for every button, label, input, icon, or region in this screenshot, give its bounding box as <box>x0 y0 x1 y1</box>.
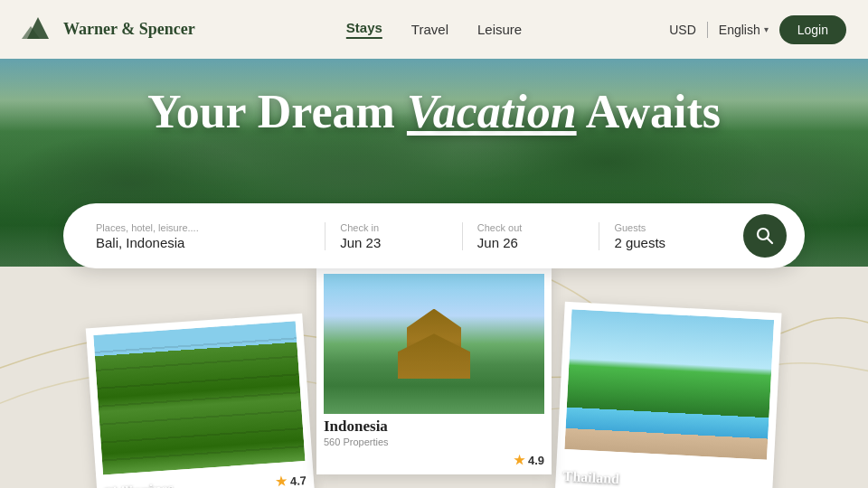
brand-name: Warner & Spencer <box>63 20 195 39</box>
search-location-section[interactable]: Places, hotel, leisure.... Bali, Indones… <box>81 222 326 250</box>
indonesia-properties: 560 Properties <box>324 436 544 447</box>
star-icon: ★ <box>514 453 525 467</box>
search-bar: Places, hotel, leisure.... Bali, Indones… <box>63 203 805 268</box>
search-button[interactable] <box>743 214 787 258</box>
card-thailand-image <box>564 309 774 460</box>
indonesia-landscape <box>324 274 544 414</box>
thailand-landscape <box>564 309 774 460</box>
search-checkout-section[interactable]: Check out Jun 26 <box>463 222 600 250</box>
indonesia-rating-value: 4.9 <box>528 454 544 467</box>
hero-title-part2: Awaits <box>577 86 721 137</box>
navbar: Warner & Spencer Stays Travel Leisure US… <box>0 0 868 59</box>
hero-title-italic: Vacation <box>407 86 577 137</box>
checkout-label: Check out <box>477 222 585 233</box>
search-guests-section[interactable]: Guests 2 guests <box>599 222 736 250</box>
login-button[interactable]: Login <box>779 15 846 44</box>
philippines-landscape <box>93 321 305 474</box>
lower-section: Philippines ★ 4.7 Indonesia 560 Properti… <box>0 267 868 488</box>
language-label: English <box>719 23 760 37</box>
philippines-rating-value: 4.7 <box>289 473 307 487</box>
svg-line-3 <box>767 239 772 244</box>
philippines-location: Philippines <box>104 480 175 488</box>
nav-divider <box>707 22 708 38</box>
chevron-down-icon: ▾ <box>764 24 769 34</box>
star-icon: ★ <box>275 474 288 488</box>
guests-value[interactable]: 2 guests <box>614 235 722 250</box>
search-icon <box>755 226 775 246</box>
mountain-logo-icon <box>22 14 54 46</box>
nav-links: Stays Travel Leisure <box>346 20 522 39</box>
location-label: Places, hotel, leisure.... <box>96 222 310 233</box>
checkin-value[interactable]: Jun 23 <box>340 235 448 250</box>
nav-travel[interactable]: Travel <box>411 22 448 37</box>
indonesia-location: Indonesia <box>324 418 544 436</box>
checkout-value[interactable]: Jun 26 <box>477 235 585 250</box>
nav-leisure[interactable]: Leisure <box>477 22 522 37</box>
search-checkin-section[interactable]: Check in Jun 23 <box>326 222 463 250</box>
nav-right: USD English ▾ Login <box>669 15 846 44</box>
card-philippines-image <box>93 321 305 474</box>
hero-title: Your Dream Vacation Awaits <box>0 86 868 137</box>
indonesia-rating: ★ 4.9 <box>514 453 544 467</box>
cards-container: Philippines ★ 4.7 Indonesia 560 Properti… <box>0 276 868 483</box>
checkin-label: Check in <box>340 222 448 233</box>
nav-stays[interactable]: Stays <box>346 20 382 39</box>
language-selector[interactable]: English ▾ <box>719 23 769 37</box>
card-indonesia-image <box>324 274 544 414</box>
logo-area: Warner & Spencer <box>22 14 195 46</box>
thailand-location: Thailand <box>562 468 619 487</box>
hero-title-part1: Your Dream <box>147 86 407 137</box>
location-value[interactable]: Bali, Indonesia <box>96 235 310 250</box>
card-philippines[interactable]: Philippines ★ 4.7 <box>86 314 315 488</box>
card-indonesia[interactable]: Indonesia 560 Properties ★ 4.9 <box>316 267 552 474</box>
guests-label: Guests <box>614 222 722 233</box>
philippines-rating: ★ 4.7 <box>275 473 307 488</box>
card-thailand[interactable]: Thailand <box>555 302 782 488</box>
currency-selector[interactable]: USD <box>669 23 696 37</box>
